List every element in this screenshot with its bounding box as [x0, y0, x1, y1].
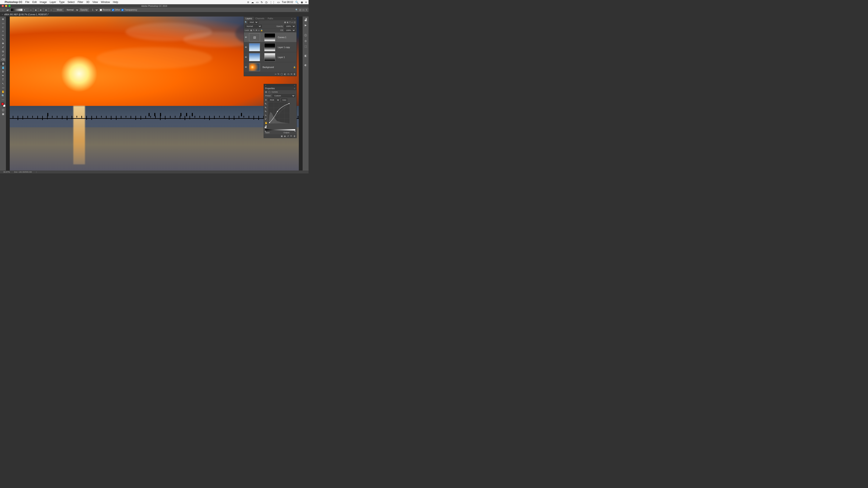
curves-graph[interactable] — [269, 102, 289, 123]
app-menu[interactable]: Photoshop CC — [5, 1, 22, 4]
layer-thumbnail[interactable] — [249, 43, 260, 51]
tool-heal[interactable]: ✚ — [0, 41, 5, 45]
delete-adj-icon[interactable]: 🗑 — [293, 135, 296, 137]
screen-mode[interactable]: ▣ — [0, 112, 5, 116]
strip-adjustments-icon[interactable]: ◐ — [304, 63, 308, 67]
tab-layers[interactable]: Layers — [244, 17, 254, 20]
toggle-vis-icon[interactable]: 👁 — [290, 135, 292, 137]
menu-layer[interactable]: Layer — [50, 1, 56, 4]
notifications-icon[interactable]: ≡ — [305, 1, 307, 4]
tool-pen[interactable]: ✒ — [0, 74, 5, 77]
filter-kind[interactable]: Kind — [248, 21, 258, 24]
home-icon[interactable]: ⌂ — [1, 8, 5, 12]
traffic-minimize[interactable] — [5, 5, 7, 7]
reverse-check[interactable]: Reverse — [100, 9, 111, 11]
filter-smart-icon[interactable]: ◫ — [294, 21, 296, 23]
prev-state-icon[interactable]: ◉ — [284, 135, 286, 137]
tool-move[interactable]: ✥ — [0, 18, 5, 21]
spotlight-icon[interactable]: 🔍 — [295, 1, 299, 4]
menu-image[interactable]: Image — [40, 1, 46, 4]
layer-mask-thumbnail[interactable] — [264, 33, 275, 41]
lock-pixels-icon[interactable]: ✎ — [253, 29, 255, 31]
layer-visibility-icon[interactable]: 👁 — [245, 66, 248, 68]
strip-swatches-icon[interactable]: ⬚ — [304, 44, 308, 48]
layer-mask-thumbnail[interactable] — [264, 53, 275, 61]
auto-button[interactable]: Auto — [281, 98, 287, 101]
lock-all-icon[interactable]: 🔒 — [260, 29, 263, 31]
lock-transparency-icon[interactable]: ▦ — [250, 29, 252, 31]
sync-icon[interactable]: ↻ — [261, 1, 263, 4]
tab-channels[interactable]: Channels — [254, 17, 266, 20]
gradient-radial[interactable]: ◉ — [34, 8, 38, 12]
fx-icon[interactable]: fx — [278, 73, 279, 75]
layer-name[interactable]: Background — [262, 66, 274, 68]
tool-lasso[interactable]: ⊂ — [0, 25, 5, 29]
workspace-icon[interactable]: ▭ — [302, 9, 304, 11]
doc-size[interactable]: Doc: 139.3M/655.0M — [14, 171, 32, 173]
gradient-reflected[interactable]: ▥ — [44, 8, 48, 12]
tool-gradient[interactable]: ▦ — [0, 62, 5, 65]
menu-help[interactable]: Help — [113, 1, 118, 4]
sample-set-icon[interactable]: ✎ — [265, 102, 268, 105]
tool-preset[interactable]: ◪▾ — [6, 8, 10, 12]
doc-frame-icon[interactable]: ◫ — [299, 9, 301, 11]
tool-quick-select[interactable]: ✧ — [0, 29, 5, 33]
menu-select[interactable]: Select — [68, 1, 74, 4]
layer-fill[interactable]: 100% — [284, 29, 296, 32]
layer-opacity[interactable]: 100% — [284, 25, 296, 28]
opacity-select[interactable]: 100% — [89, 8, 98, 12]
layer-name[interactable]: Layer 1 copy — [278, 46, 290, 48]
curve-histo-icon[interactable]: ▟ — [265, 125, 268, 128]
zoom-level[interactable]: 66.67% — [3, 171, 10, 173]
traffic-close[interactable] — [2, 5, 4, 7]
gradient-angle[interactable]: ◐ — [39, 8, 43, 12]
strip-histogram-icon[interactable]: ▟ — [304, 18, 308, 22]
tool-eraser[interactable]: ⌫ — [0, 58, 5, 61]
tool-path-select[interactable]: ↖ — [0, 82, 5, 86]
layer-row[interactable]: 👁Background🔒 — [244, 62, 297, 72]
layer-mask-thumbnail[interactable] — [264, 43, 275, 51]
filter-shape-icon[interactable]: ▱ — [291, 21, 293, 23]
transparency-check[interactable]: Transparency — [121, 9, 137, 11]
preset-select[interactable]: Custom — [273, 94, 295, 97]
layer-visibility-icon[interactable]: 👁 — [245, 56, 248, 59]
layer-row[interactable]: 👁▧⋮Curves 1 — [244, 32, 297, 42]
menu-edit[interactable]: Edit — [32, 1, 37, 4]
layer-visibility-icon[interactable]: 👁 — [245, 36, 248, 38]
sample-add-icon[interactable]: ✎ — [265, 106, 268, 109]
new-group-icon[interactable]: 🗀 — [287, 73, 289, 75]
layer-visibility-icon[interactable]: 👁 — [245, 46, 248, 48]
menu-view[interactable]: View — [92, 1, 98, 4]
cloud-icon[interactable]: ☁ — [251, 1, 254, 4]
tool-dodge[interactable]: ◗ — [0, 70, 5, 73]
share-icon[interactable]: ⇧ — [306, 9, 307, 11]
status-arrow-icon[interactable]: › — [36, 171, 37, 173]
curve-hand-icon[interactable]: ✋ — [265, 122, 268, 125]
gradient-preview[interactable] — [11, 8, 23, 11]
panel-menu-icon[interactable]: ≡ — [293, 17, 297, 20]
tool-type[interactable]: T — [0, 78, 5, 82]
strip-layers-icon[interactable]: ◧ — [304, 54, 308, 58]
tool-shape[interactable]: ▭ — [0, 86, 5, 90]
mode-select[interactable]: Normal — [64, 8, 79, 12]
target-adj-icon[interactable]: ✥ — [265, 99, 267, 101]
strip-actions-icon[interactable]: ▶ — [304, 23, 308, 27]
layer-name[interactable]: Layer 1 — [278, 56, 285, 59]
add-mask-icon[interactable]: ◯ — [281, 73, 283, 75]
clip-icon[interactable]: ▣ — [281, 135, 283, 137]
new-layer-icon[interactable]: ⧉ — [291, 73, 292, 75]
tab-paths[interactable]: Paths — [266, 17, 275, 20]
panel-collapse-icon[interactable]: » — [290, 17, 294, 20]
channel-select[interactable]: RGB — [268, 98, 280, 101]
tool-crop[interactable]: ✂ — [0, 33, 5, 37]
gradient-dropdown-icon[interactable]: ▾ — [24, 9, 25, 11]
filter-pixel-icon[interactable]: ▦ — [284, 21, 286, 23]
tool-marquee[interactable]: ▭ — [0, 22, 5, 25]
layer-thumbnail[interactable] — [249, 53, 260, 61]
blend-mode[interactable]: Normal — [245, 25, 262, 28]
props-menu-icon[interactable]: ≡ — [294, 87, 295, 90]
tool-brush[interactable]: ✐ — [0, 45, 5, 50]
canvas[interactable]: Layers Channels Paths » ≡ 🔍Kind ▦ ◐ T ▱ … — [6, 17, 303, 170]
menu-filter[interactable]: Filter — [78, 1, 83, 4]
lock-position-icon[interactable]: ✥ — [255, 29, 257, 31]
